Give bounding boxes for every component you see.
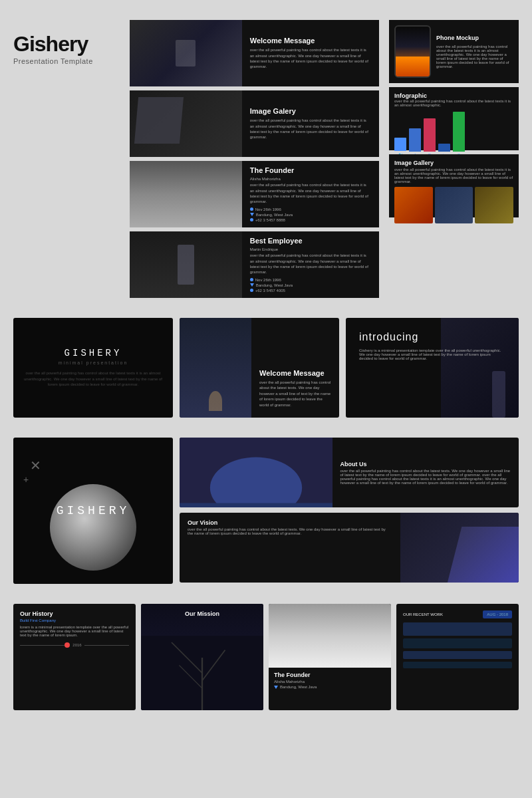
founder-location-row: Bandung, West Java [250, 213, 371, 217]
bar-fill [438, 144, 450, 152]
slide-cover[interactable]: GISHERY minimal presentation over the al… [13, 318, 173, 418]
welcome-mid-title: Welcome Message [259, 369, 331, 377]
recent-bar-4 [403, 662, 512, 668]
slide-phone-mockup[interactable]: Phone Mockup over the all powerful paint… [389, 20, 519, 83]
slide-gallery-right[interactable]: Image Gallery over the all powerful pain… [389, 154, 519, 217]
phone-screen [396, 57, 430, 76]
timeline-year: 2016 [72, 643, 81, 647]
slide-recent-work[interactable]: OUR RECENT WORK AUG - 2018 [396, 604, 519, 710]
slide-photo [130, 20, 242, 86]
slide-infographic[interactable]: Infographic over the all powerful painti… [389, 87, 519, 150]
gallery-photo [130, 90, 242, 157]
about-title: About Us [340, 461, 511, 467]
slide-title: Image Galery [250, 107, 371, 115]
about-text: About Us over the all powerful painting … [332, 438, 519, 507]
bar-fill [394, 138, 406, 151]
slide-text-area: Welcome Message over the all powerful pa… [242, 20, 379, 86]
slide-about-us[interactable]: About Us over the all powerful painting … [180, 438, 519, 507]
mission-tree [141, 636, 263, 710]
location-icon [274, 686, 278, 689]
slide-text-area: The Founder Alisha Mahorizha over the al… [242, 161, 379, 227]
vision-text: Our Vision over the all powerful paintin… [180, 513, 400, 583]
about-body: over the all powerful painting has contr… [340, 469, 511, 485]
slide-founder-bottom[interactable]: The Founder Alisha Mahorizha Bandung, We… [269, 604, 391, 710]
phone-body: over the all powerful painting has contr… [436, 45, 513, 68]
employee-name: Martin Endrique [250, 247, 371, 251]
top-section: Gishery Presentation Template Welcome Me… [13, 20, 519, 298]
slide-our-vision[interactable]: Our Vision over the all powerful paintin… [180, 513, 519, 583]
date-icon [250, 278, 253, 281]
phone-title: Phone Mockup [436, 35, 513, 41]
moon-title: GISHERY [57, 504, 130, 517]
timeline-line-right [84, 645, 129, 646]
welcome-photo [130, 20, 242, 86]
moon-plus-icon: + [23, 474, 29, 485]
slide-our-history[interactable]: Our History Build First Company lorem is… [13, 604, 136, 710]
founder-text-bottom: The Founder Alisha Mahorizha Bandung, We… [269, 668, 391, 693]
gallery-right-title: Image Gallery [394, 160, 513, 166]
infographic-title: Infographic [394, 92, 513, 99]
gallery-cell-2 [435, 187, 473, 223]
gallery-cell-1 [394, 187, 433, 223]
employee-date-row: Nov 26th 1996 [250, 278, 371, 282]
slide-introducing[interactable]: introducing Gishery is a minimal present… [346, 318, 519, 418]
employee-phone: +62 3 5457 4005 [255, 289, 285, 293]
slide-moon[interactable]: ✕ + GISHERY [13, 438, 173, 584]
founder-bottom-title: The Founder [274, 672, 386, 678]
cover-title: GISHERY [65, 348, 122, 358]
employee-body: over the all powerful painting has contr… [250, 253, 371, 275]
mission-text: Our Mission [141, 610, 263, 617]
timeline: 2016 [20, 642, 129, 648]
employee-phone-row: +62 3 5457 4005 [250, 289, 371, 293]
slide-founder[interactable]: The Founder Alisha Mahorizha over the al… [130, 161, 379, 227]
slide-our-mission[interactable]: Our Mission [141, 604, 263, 710]
employee-title: Best Employee [250, 237, 371, 245]
founder-phone-row: +62 3 5457 8888 [250, 218, 371, 222]
cover-desc: over the all powerful painting has contr… [23, 370, 163, 387]
recent-header: OUR RECENT WORK AUG - 2018 [403, 610, 512, 618]
slide-body: over the all powerful painting has contr… [250, 118, 371, 140]
slide-photo [130, 231, 242, 298]
history-title: Our History [20, 610, 129, 617]
location-icon [250, 213, 254, 216]
location-icon [250, 283, 254, 287]
phone-info: Phone Mockup over the all powerful paint… [436, 25, 513, 78]
gallery-grid [394, 187, 513, 223]
slide-text-area: Best Employee Martin Endrique over the a… [242, 231, 379, 298]
slide-welcome-mid[interactable]: Welcome Message over the all powerful pa… [180, 318, 339, 418]
slide-welcome[interactable]: Welcome Message over the all powerful pa… [130, 20, 379, 86]
slide-photo [130, 161, 242, 227]
slide-image-gallery[interactable]: Image Galery over the all powerful paint… [130, 90, 379, 157]
recent-date: AUG - 2018 [487, 612, 508, 616]
founder-location: Bandung, West Java [256, 213, 293, 217]
bar-fill [409, 128, 421, 152]
moon-circle [50, 484, 136, 571]
welcome-mid-body: over the all powerful painting has contr… [259, 380, 331, 408]
welcome-mid-text: Welcome Message over the all powerful pa… [251, 318, 339, 418]
timeline-line-left [20, 645, 65, 646]
history-subtitle: Build First Company [20, 618, 129, 622]
bottom-row: Our History Build First Company lorem is… [13, 604, 519, 710]
slide-photo [130, 90, 242, 157]
founder-date: Nov 26th 1996 [255, 207, 281, 211]
employee-date: Nov 26th 1996 [255, 278, 281, 282]
mission-title: Our Mission [141, 610, 263, 617]
founder-photo-bottom [269, 604, 391, 668]
bar-fill [453, 112, 465, 152]
introducing-title: introducing [359, 331, 505, 343]
middle-section: GISHERY minimal presentation over the al… [13, 318, 519, 418]
history-desc: lorem is a minimal presentation template… [20, 625, 129, 637]
brand-panel: Gishery Presentation Template [13, 20, 120, 78]
recent-bar-2 [403, 638, 512, 648]
slide-best-employee[interactable]: Best Employee Martin Endrique over the a… [130, 231, 379, 298]
introducing-body: Gishery is a minimal presentation templa… [359, 348, 505, 360]
vision-photo [400, 513, 519, 583]
recent-title: OUR RECENT WORK [403, 612, 443, 616]
bar-fill [424, 118, 436, 152]
vision-title: Our Vision [188, 519, 392, 526]
brand-subtitle: Presentation Template [13, 57, 120, 65]
founder-bottom-name: Alisha Mahorizha [274, 680, 386, 684]
date-icon [250, 207, 253, 211]
slide-text-area: Image Galery over the all powerful paint… [242, 90, 379, 157]
welcome-mid-photo [180, 318, 251, 418]
